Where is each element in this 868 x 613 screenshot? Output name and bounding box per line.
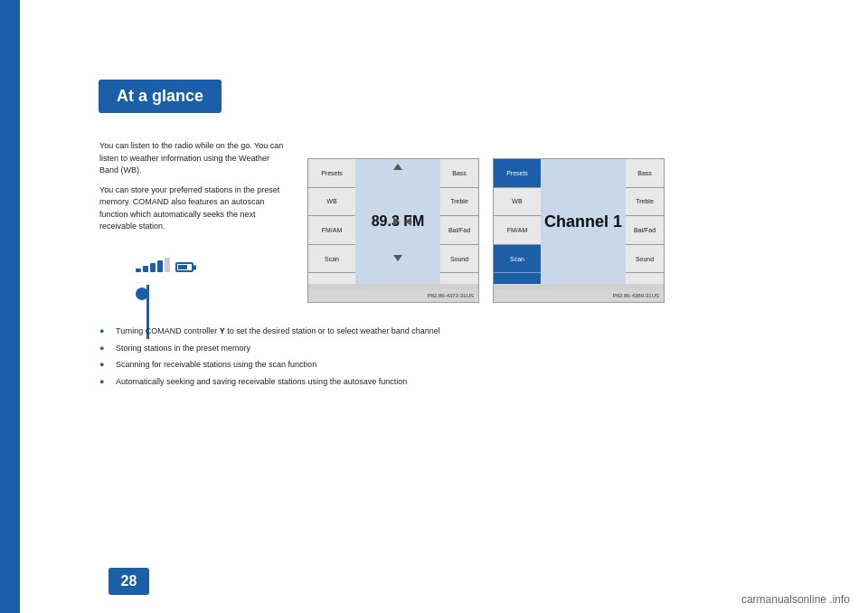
menu-right-wb: Bass Treble Bal/Fad Sound Back: [626, 159, 664, 302]
page: At a glance You can listen to the radio …: [0, 0, 868, 613]
body-paragraph-2: You can store your preferred stations in…: [99, 184, 289, 233]
part-number-wb: P82.86-4369-31US: [494, 289, 664, 302]
bottom-logo: carmanualsonline .info: [741, 593, 850, 606]
battery-icon: [175, 262, 193, 272]
menu-item-fmam-wb[interactable]: FM/AM: [494, 216, 541, 245]
sub-text-4: Automatically seeking and saving receiva…: [116, 376, 407, 389]
part-number-fm: P82.86-4372-31US: [308, 289, 478, 302]
menu-item-sound-wb[interactable]: Sound: [626, 245, 664, 274]
body-paragraph-1: You can listen to the radio while on the…: [99, 140, 289, 177]
center-display-wb: Channel 1: [541, 159, 626, 284]
menu-item-treble-wb[interactable]: Treble: [626, 188, 664, 217]
menu-item-wb-wb[interactable]: WB: [494, 188, 541, 217]
at-a-glance-title: At a glance: [117, 87, 203, 105]
menu-item-balfad-fm[interactable]: Bal/Fad: [440, 216, 478, 245]
menu-item-bass-fm[interactable]: Bass: [440, 159, 478, 188]
menu-item-sound-fm[interactable]: Sound: [440, 245, 478, 274]
signal-bar-2: [143, 266, 148, 272]
arrow-up-fm: [393, 164, 402, 170]
menu-right-fm: Bass Treble Bal/Fad Sound Back: [440, 159, 478, 302]
sub-bullet-1: ●: [99, 325, 110, 338]
at-a-glance-header: At a glance: [99, 80, 222, 113]
arrow-left-fm: [405, 217, 411, 226]
sub-text-1: Turning COMAND controller Y to set the d…: [116, 325, 440, 338]
signal-bar-3: [150, 263, 156, 272]
center-display-fm: 89.3 FM: [355, 159, 440, 284]
signal-area: [136, 258, 193, 278]
menu-item-treble-fm[interactable]: Treble: [440, 188, 478, 217]
menu-item-scan-wb[interactable]: Scan: [494, 245, 541, 274]
signal-bar-5: [165, 258, 170, 272]
page-number: 28: [108, 568, 149, 595]
menu-item-presets-wb[interactable]: Presets: [494, 159, 541, 188]
menu-item-balfad-wb[interactable]: Bal/Fad: [626, 216, 664, 245]
left-tab: [0, 0, 20, 613]
sub-bullet-3: ●: [99, 359, 110, 372]
radio-screen-fm: Presets WB FM/AM Scan Autost. Bass Trebl…: [307, 158, 479, 303]
part-number-text-fm: P82.86-4372-31US: [428, 293, 474, 298]
signal-bar-1: [136, 269, 141, 272]
logo-text: carmanualsonline .info: [741, 593, 850, 606]
body-text-top: You can listen to the radio while on the…: [99, 140, 289, 240]
menu-left-fm: Presets WB FM/AM Scan Autost.: [308, 159, 355, 302]
part-number-text-wb: P82.86-4369-31US: [613, 293, 659, 298]
sub-item-3: ● Scanning for receivable stations using…: [99, 359, 552, 372]
signal-bar-4: [157, 260, 163, 272]
sub-item-4: ● Automatically seeking and saving recei…: [99, 376, 552, 389]
arrow-down-fm: [393, 255, 402, 261]
menu-item-presets-fm[interactable]: Presets: [308, 159, 355, 188]
screen-inner-wb: Presets WB FM/AM Scan Autost. Bass Trebl…: [494, 159, 664, 302]
sub-item-2: ● Storing stations in the preset memory: [99, 343, 552, 355]
menu-item-wb-fm[interactable]: WB: [308, 188, 355, 217]
sub-item-1: ● Turning COMAND controller Y to set the…: [99, 325, 552, 338]
menu-item-bass-wb[interactable]: Bass: [626, 159, 664, 188]
arrow-right-fm: [393, 217, 400, 226]
signal-bars: [136, 258, 193, 272]
radio-screen-wb: Presets WB FM/AM Scan Autost. Bass Trebl…: [493, 158, 665, 303]
screens-container: Presets WB FM/AM Scan Autost. Bass Trebl…: [307, 158, 665, 303]
body-text-bottom: ● Turning COMAND controller Y to set the…: [99, 325, 552, 392]
menu-item-scan-fm[interactable]: Scan: [308, 245, 355, 274]
sub-text-3: Scanning for receivable stations using t…: [116, 359, 316, 372]
page-number-text: 28: [121, 573, 137, 589]
menu-item-fmam-fm[interactable]: FM/AM: [308, 216, 355, 245]
screen-inner-fm: Presets WB FM/AM Scan Autost. Bass Trebl…: [308, 159, 478, 302]
channel-display: Channel 1: [544, 212, 622, 231]
sub-text-2: Storing stations in the preset memory: [116, 343, 250, 355]
sub-bullet-2: ●: [99, 343, 110, 355]
sub-bullet-4: ●: [99, 376, 110, 389]
menu-left-wb: Presets WB FM/AM Scan Autost.: [494, 159, 541, 302]
